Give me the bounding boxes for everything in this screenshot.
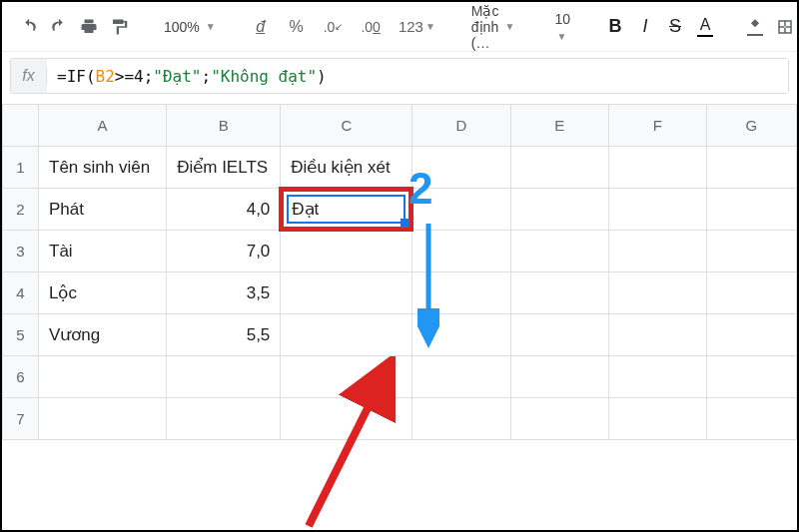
fmt123-label: 123 [399,18,423,35]
decrease-decimal-button[interactable]: .0↙ [320,13,348,41]
col-header-C[interactable]: C [281,105,412,147]
cell-D7[interactable] [412,398,510,440]
italic-button[interactable]: I [632,13,658,41]
cell-F2[interactable] [608,189,706,231]
cell-B7[interactable] [167,398,281,440]
fill-handle[interactable] [400,219,409,228]
cell-G4[interactable] [706,272,796,314]
chevron-down-icon: ▼ [556,31,566,42]
text-color-button[interactable]: A [692,13,718,41]
undo-button[interactable] [16,13,42,41]
cell-E1[interactable] [510,147,608,189]
formula-input[interactable]: =IF(B2>=4;"Đạt";"Không đạt") [47,59,788,93]
cell-G3[interactable] [706,231,796,272]
redo-button[interactable] [46,13,72,41]
font-label: Mặc định (… [471,3,499,51]
selected-cell-highlight: Đạt [279,187,413,232]
cell-B5[interactable]: 5,5 [167,314,281,356]
row-5: 5 Vương 5,5 [3,314,797,356]
cell-C3[interactable] [281,231,412,272]
row-header-5[interactable]: 5 [3,314,39,356]
currency-button[interactable]: đ [248,13,274,41]
col-header-G[interactable]: G [706,105,796,147]
row-header-1[interactable]: 1 [3,147,39,189]
cell-F7[interactable] [608,398,706,440]
col-header-E[interactable]: E [510,105,608,147]
cell-D6[interactable] [412,356,510,398]
row-3: 3 Tài 7,0 [3,231,797,272]
row-header-7[interactable]: 7 [3,398,39,440]
strikethrough-button[interactable]: S [662,13,688,41]
cell-B2[interactable]: 4,0 [167,189,281,231]
row-header-3[interactable]: 3 [3,231,39,272]
fill-color-button[interactable] [742,13,768,41]
grid[interactable]: A B C D E F G 1 Tên sinh viên Điểm IELTS… [2,104,797,440]
row-2: 2 Phát 4,0 Đạt [3,189,797,231]
col-header-F[interactable]: F [608,105,706,147]
row-7: 7 [3,398,797,440]
cell-A7[interactable] [39,398,167,440]
cell-C4[interactable] [281,272,412,314]
cell-G6[interactable] [706,356,796,398]
formula-str2: "Không đạt" [211,67,317,86]
font-size-select[interactable]: 10 ▼ [554,11,570,43]
cell-G2[interactable] [706,189,796,231]
cell-A3[interactable]: Tài [39,231,167,272]
col-header-A[interactable]: A [39,105,167,147]
row-1: 1 Tên sinh viên Điểm IELTS Điều kiện xét [3,147,797,189]
chevron-down-icon: ▼ [425,21,435,32]
cell-C2-value: Đạt [292,199,319,220]
cell-A6[interactable] [39,356,167,398]
paint-format-button[interactable] [106,13,132,41]
percent-button[interactable]: % [284,13,310,41]
cell-C1[interactable]: Điều kiện xét [281,147,412,189]
cell-C5[interactable] [281,314,412,356]
cell-F3[interactable] [608,231,706,272]
svg-line-1 [309,366,389,526]
print-button[interactable] [76,13,102,41]
cell-F4[interactable] [608,272,706,314]
cell-C2[interactable]: Đạt [281,189,412,231]
cell-B6[interactable] [167,356,281,398]
formula-bar: fx =IF(B2>=4;"Đạt";"Không đạt") [10,58,789,94]
cell-E6[interactable] [510,356,608,398]
cell-F1[interactable] [608,147,706,189]
cell-G1[interactable] [706,147,796,189]
cell-E7[interactable] [510,398,608,440]
cell-B1[interactable]: Điểm IELTS [167,147,281,189]
formula-str1: "Đạt" [153,67,201,86]
font-select[interactable]: Mặc định (…▼ [471,3,515,51]
cell-E3[interactable] [510,231,608,272]
row-6: 6 [3,356,797,398]
increase-decimal-button[interactable]: .00 [357,13,384,41]
cell-F6[interactable] [608,356,706,398]
cell-B3[interactable]: 7,0 [167,231,281,272]
cell-B4[interactable]: 3,5 [167,272,281,314]
cell-E2[interactable] [510,189,608,231]
zoom-select[interactable]: 100%▼ [164,19,216,35]
row-header-4[interactable]: 4 [3,272,39,314]
cell-A1[interactable]: Tên sinh viên [39,147,167,189]
more-formats-button[interactable]: 123▼ [395,13,439,41]
formula-op2: ; [202,67,212,86]
row-header-6[interactable]: 6 [3,356,39,398]
toolbar: 100%▼ đ % .0↙ .00 123▼ Mặc định (…▼ 10 ▼… [2,2,797,52]
chevron-down-icon: ▼ [206,21,216,32]
annotation-2-label: 2 [408,164,432,214]
row-header-2[interactable]: 2 [3,189,39,231]
cell-A5[interactable]: Vương [39,314,167,356]
cell-A2[interactable]: Phát [39,189,167,231]
formula-op1: >=4; [115,67,154,86]
cell-G7[interactable] [706,398,796,440]
cell-A4[interactable]: Lộc [39,272,167,314]
col-header-D[interactable]: D [412,105,510,147]
cell-E5[interactable] [510,314,608,356]
cell-G5[interactable] [706,314,796,356]
cell-F5[interactable] [608,314,706,356]
cell-E4[interactable] [510,272,608,314]
col-header-B[interactable]: B [167,105,281,147]
corner-cell[interactable] [3,105,39,147]
borders-button[interactable] [772,13,798,41]
bold-button[interactable]: B [602,13,628,41]
textcolor-label: A [700,17,711,33]
